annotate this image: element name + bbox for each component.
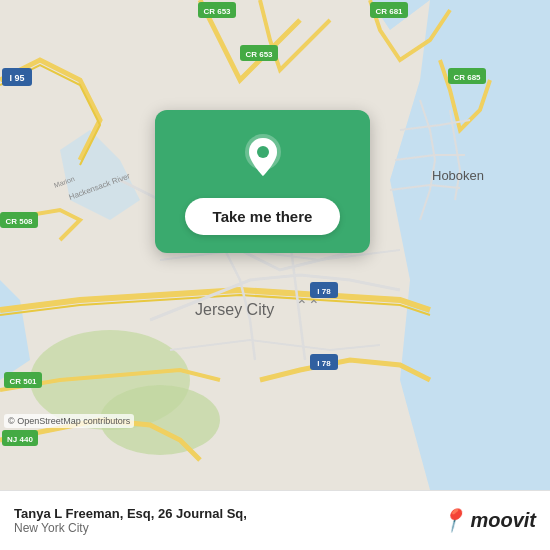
action-card: Take me there	[155, 110, 370, 253]
svg-text:I 78: I 78	[317, 359, 331, 368]
take-me-there-button[interactable]: Take me there	[185, 198, 341, 235]
moovit-logo: 📍 moovit	[439, 508, 536, 534]
svg-text:CR 685: CR 685	[453, 73, 481, 82]
map-attribution: © OpenStreetMap contributors	[4, 414, 134, 428]
place-info: Tanya L Freeman, Esq, 26 Journal Sq, New…	[14, 506, 429, 535]
svg-text:CR 653: CR 653	[203, 7, 231, 16]
moovit-pin-icon: 📍	[439, 508, 466, 534]
info-bar: Tanya L Freeman, Esq, 26 Journal Sq, New…	[0, 490, 550, 550]
map-container: I 95 CR 653 CR 653 CR 681 CR 685 CR 508 …	[0, 0, 550, 490]
moovit-label: moovit	[470, 509, 536, 532]
svg-text:⌃⌃: ⌃⌃	[296, 297, 320, 313]
svg-text:Jersey City: Jersey City	[195, 301, 274, 318]
place-city: New York City	[14, 521, 429, 535]
place-name: Tanya L Freeman, Esq, 26 Journal Sq,	[14, 506, 429, 521]
svg-text:CR 501: CR 501	[9, 377, 37, 386]
svg-text:Hoboken: Hoboken	[432, 168, 484, 183]
svg-text:CR 653: CR 653	[245, 50, 273, 59]
location-pin-icon	[237, 132, 289, 184]
svg-text:I 78: I 78	[317, 287, 331, 296]
svg-point-34	[257, 146, 269, 158]
svg-text:NJ 440: NJ 440	[7, 435, 33, 444]
svg-text:CR 508: CR 508	[5, 217, 33, 226]
svg-text:CR 681: CR 681	[375, 7, 403, 16]
svg-text:I 95: I 95	[9, 73, 24, 83]
